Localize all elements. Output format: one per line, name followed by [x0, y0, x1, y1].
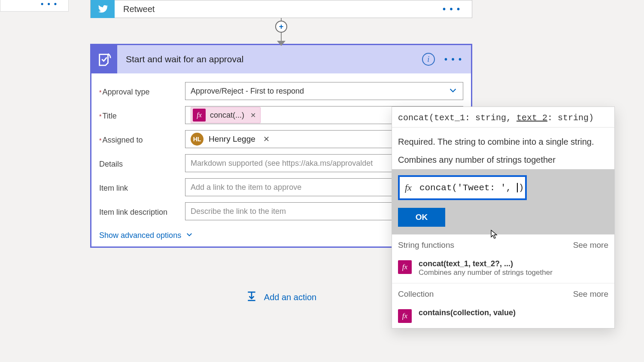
function-item-title: concat(text_1, text_2?, ...)	[419, 259, 553, 268]
expression-input-bar: fx concat('Tweet: ', ) OK	[392, 169, 614, 234]
add-action-icon	[246, 291, 257, 304]
section-header: String functions	[398, 240, 454, 250]
expression-popover: concat(text_1: string, text_2: string) R…	[392, 106, 615, 329]
fx-icon: fx	[405, 182, 412, 193]
card-header[interactable]: Start and wait for an approval i • • •	[91, 45, 471, 73]
add-step-button[interactable]: +	[275, 21, 287, 33]
connector: +	[90, 18, 472, 44]
approval-type-select[interactable]: Approve/Reject - First to respond	[185, 82, 463, 100]
label-item-link: Item link	[99, 182, 185, 193]
see-more-link[interactable]: See more	[573, 289, 608, 299]
add-action-button[interactable]: Add an action	[246, 291, 316, 304]
arrow-down-icon	[277, 41, 286, 46]
fx-icon: fx	[193, 109, 206, 122]
param-description: Required. The string to combine into a s…	[392, 128, 614, 147]
label-title: Title	[99, 110, 185, 121]
function-item-text: contains(collection, value)	[419, 308, 516, 317]
approval-icon	[91, 45, 117, 73]
more-menu-icon[interactable]: • • •	[41, 0, 58, 9]
mouse-cursor-icon	[491, 230, 498, 241]
add-action-label: Add an action	[264, 292, 316, 302]
function-item-title: contains(collection, value)	[419, 308, 516, 317]
label-approval-type: Approval type	[99, 86, 185, 97]
placeholder-text: Markdown supported (see https://aka.ms/a…	[191, 159, 373, 168]
info-icon[interactable]: i	[422, 53, 435, 66]
expression-input[interactable]: fx concat('Tweet: ', )	[398, 175, 527, 200]
section-collection: Collection See more	[392, 283, 614, 305]
show-advanced-toggle[interactable]: Show advanced options	[99, 231, 193, 240]
fx-icon: fx	[398, 309, 412, 323]
card-header-right: i • • •	[422, 53, 462, 66]
collapsed-card[interactable]: • • •	[0, 0, 69, 12]
function-item-concat[interactable]: fx concat(text_1, text_2?, ...) Combines…	[392, 256, 614, 283]
more-menu-icon[interactable]: • • •	[443, 4, 461, 14]
function-item-text: concat(text_1, text_2?, ...) Combines an…	[419, 259, 553, 277]
remove-person-icon[interactable]: ✕	[261, 134, 270, 144]
remove-token-icon[interactable]: ✕	[249, 111, 256, 119]
fx-icon: fx	[398, 260, 412, 274]
function-item-desc: Combines any number of strings together	[419, 268, 553, 277]
section-header: Collection	[398, 289, 434, 299]
label-details: Details	[99, 158, 185, 169]
label-item-link-desc: Item link description	[99, 206, 185, 217]
person-token[interactable]: HL Henry Legge ✕	[191, 133, 270, 146]
expression-text: concat('Tweet: ', )	[419, 183, 524, 193]
row-approval-type: Approval type Approve/Reject - First to …	[99, 82, 463, 100]
person-name: Henry Legge	[209, 134, 255, 144]
chevron-down-icon	[185, 231, 193, 240]
card-title: Retweet	[123, 4, 155, 14]
section-string-functions: String functions See more	[392, 234, 614, 256]
card-header-left: Start and wait for an approval	[91, 45, 243, 73]
ok-button[interactable]: OK	[398, 208, 445, 227]
function-item-contains[interactable]: fx contains(collection, value)	[392, 305, 614, 328]
retweet-action-card[interactable]: Retweet • • •	[90, 0, 472, 18]
token-label: concat(...)	[210, 111, 244, 120]
chevron-down-icon	[448, 85, 458, 97]
see-more-link[interactable]: See more	[573, 240, 608, 250]
card-title: Start and wait for an approval	[126, 54, 243, 64]
label-assigned-to: Assigned to	[99, 134, 185, 145]
expression-token[interactable]: fx concat(...) ✕	[191, 107, 261, 123]
text-caret	[517, 183, 518, 192]
twitter-icon	[91, 0, 115, 18]
select-value: Approve/Reject - First to respond	[191, 87, 304, 96]
function-description: Combines any number of strings together	[392, 147, 614, 169]
placeholder-text: Describe the link to the item	[191, 207, 286, 216]
card-header-left: Retweet	[91, 0, 155, 18]
avatar: HL	[191, 133, 204, 146]
show-advanced-label: Show advanced options	[99, 231, 181, 240]
function-signature: concat(text_1: string, text_2: string)	[392, 107, 614, 128]
more-menu-icon[interactable]: • • •	[444, 55, 462, 64]
placeholder-text: Add a link to the item to approve	[191, 183, 301, 192]
